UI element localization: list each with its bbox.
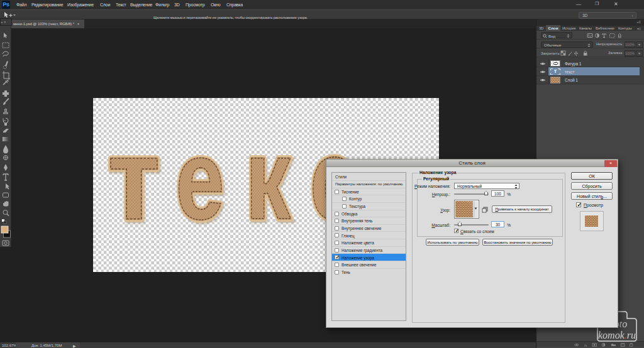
svg-text:к: к — [245, 116, 291, 243]
svg-text:komok.ru: komok.ru — [598, 330, 636, 340]
svg-text:т: т — [108, 116, 160, 242]
svg-text:е: е — [175, 116, 225, 242]
